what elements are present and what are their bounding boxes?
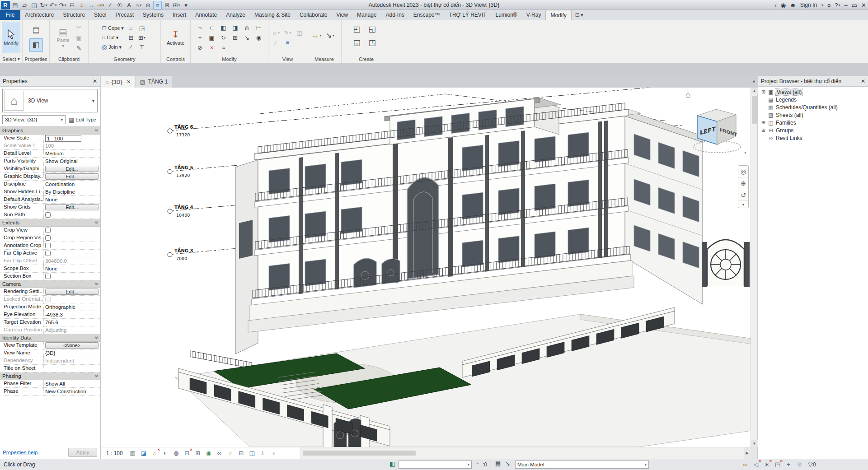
ribbon-tab-collaborate[interactable]: Collaborate — [295, 10, 332, 20]
revit-logo[interactable]: R — [1, 1, 10, 9]
worksets-icon[interactable]: ◧ — [389, 461, 395, 467]
design-options-icon[interactable]: ▤ — [495, 461, 501, 466]
hide-category-icon[interactable]: ☼▾ — [270, 28, 282, 37]
ribbon-tab-lumion[interactable]: Lumion® — [491, 10, 522, 20]
override-graphics-icon-dropdown[interactable]: ▾ — [289, 31, 291, 35]
project-browser-close-icon[interactable]: ✕ — [861, 78, 865, 84]
sync-icon-dropdown[interactable]: ▾ — [45, 3, 47, 7]
collapse-vcb-icon[interactable]: ‹ — [269, 449, 278, 458]
villa-3d-model[interactable]: TẦNG 6 17320 TẦNG 5 13920 TẦNG 4 10400 T… — [101, 88, 751, 447]
view-tab-t-ng-1[interactable]: ▧TẦNG 1 — [136, 76, 172, 88]
browser-item-schedules-quantities-all[interactable]: ▦Schedules/Quantities (all) — [758, 103, 868, 111]
join-geometry-icon[interactable]: ◎ — [102, 44, 107, 50]
default-3d-view-icon[interactable]: ⌂▾ — [134, 1, 143, 9]
print-icon[interactable]: ⊟ — [68, 1, 76, 9]
property-value[interactable]: 765.6 — [44, 319, 100, 326]
switch-windows-icon-dropdown[interactable]: ▾ — [178, 3, 180, 7]
section-camera[interactable]: Camera˄˄ — [0, 280, 100, 288]
instance-selector[interactable]: 3D View: {3D}▾ — [2, 115, 66, 124]
thin-lines-icon[interactable]: ≡ — [153, 1, 162, 9]
property-value[interactable] — [44, 242, 100, 249]
browser-item-families[interactable]: ⊞◫Families — [758, 119, 868, 126]
property-value[interactable] — [44, 365, 100, 372]
cut-button[interactable]: ○Cut▾ — [102, 33, 124, 42]
ribbon-tab-precast[interactable]: Precast — [111, 10, 138, 20]
browser-item-revit-links[interactable]: ∞Revit Links — [758, 134, 868, 142]
ribbon-tab-structure[interactable]: Structure — [58, 10, 89, 20]
cope-icon[interactable]: ⊓ — [102, 25, 107, 31]
horizontal-scrollbar[interactable]: ▶ — [300, 447, 751, 459]
property-value[interactable]: Adjusting — [44, 326, 100, 334]
undo-icon-dropdown[interactable]: ▾ — [55, 3, 56, 7]
hide-category-icon-dropdown[interactable]: ▾ — [278, 31, 280, 35]
solid-solid-icon[interactable]: ◲ — [136, 23, 147, 33]
property-value[interactable]: New Construction — [44, 388, 100, 395]
ribbon-tab-annotate[interactable]: Annotate — [191, 10, 221, 20]
shadows-icon[interactable]: ◐ — [161, 449, 170, 458]
type-properties-icon[interactable]: ▤ — [29, 23, 43, 37]
collapse-titlebar-icon[interactable]: ‹ — [774, 2, 776, 8]
design-option-select[interactable]: Main Model▾ — [515, 461, 649, 469]
detail-line-icon[interactable]: ∕ — [106, 1, 114, 9]
minimize-button[interactable]: – — [845, 2, 848, 8]
visual-style-icon[interactable]: ◪ — [139, 449, 148, 458]
ribbon-tab-architecture[interactable]: Architecture — [20, 10, 58, 20]
sign-in-dropdown-icon[interactable]: ▾ — [821, 3, 823, 7]
align-icon[interactable]: ¬ — [194, 23, 206, 33]
unpin-icon[interactable]: ⊘ — [194, 42, 206, 52]
redo-icon-dropdown[interactable]: ▾ — [64, 3, 66, 7]
section-collapse-icon[interactable]: ˄˄ — [94, 335, 98, 340]
ribbon-tab-file[interactable]: File — [0, 10, 20, 20]
project-browser-header[interactable]: Project Browser - biệt thự cổ điển ✕ — [758, 76, 868, 87]
navbar-options-icon[interactable]: ▾ — [738, 201, 748, 208]
view-tab-close-icon[interactable]: ✕ — [127, 79, 131, 85]
sign-in-button[interactable]: Sign In — [800, 2, 817, 8]
property-value[interactable]: 304800.0 — [44, 257, 100, 265]
unjoin-icon[interactable]: ⊞▾ — [136, 33, 147, 42]
property-value[interactable]: By Discipline — [44, 188, 100, 195]
measure-between-refs-icon-dropdown[interactable]: ▾ — [319, 33, 321, 37]
properties-help-link[interactable]: Properties help — [3, 450, 38, 455]
scroll-down-icon[interactable]: ▼ — [751, 440, 758, 447]
ribbon-tab-massing-site[interactable]: Massing & Site — [250, 10, 295, 20]
customize-qat-icon[interactable]: ▾ — [182, 1, 190, 9]
cut-to-clipboard-icon[interactable]: ✂ — [74, 23, 84, 32]
help-icon[interactable]: ?▾ — [835, 2, 840, 8]
paste-aligned-icon[interactable]: ▱ — [126, 23, 136, 33]
displacement-sets-icon[interactable]: ◫ — [248, 449, 257, 458]
property-value[interactable]: None — [44, 196, 100, 203]
demolish-icon[interactable]: ⊤ — [136, 42, 147, 52]
modify-tool-button[interactable]: Modify — [2, 22, 20, 53]
measure-between-refs-icon[interactable]: ↔▾ — [311, 30, 323, 40]
measure-icon[interactable]: ↔ — [87, 1, 95, 9]
save-icon[interactable]: ◫ — [30, 1, 38, 9]
property-value[interactable] — [44, 273, 100, 280]
aligned-dimension-icon[interactable]: ⇥▾ — [96, 1, 105, 9]
property-value[interactable]: None — [44, 265, 100, 272]
properties-header[interactable]: Properties ✕ — [0, 76, 100, 87]
checkbox[interactable] — [45, 228, 51, 233]
cut-geometry-icon[interactable]: ○ — [102, 34, 105, 41]
mirror-pick-axis-icon[interactable]: ◧ — [218, 23, 230, 33]
property-value[interactable]: <None> — [44, 342, 100, 349]
paste-button[interactable]: ▤Paste▾ — [54, 22, 72, 53]
ribbon-tab-add-ins[interactable]: Add-Ins — [381, 10, 408, 20]
ribbon-tab-modify[interactable]: Modify — [545, 10, 571, 20]
view-tab-3d[interactable]: ⌂{3D}✕ — [101, 76, 135, 88]
pin-icon[interactable]: ◉ — [253, 33, 265, 42]
section-collapse-icon[interactable]: ˄˄ — [94, 220, 98, 225]
checkbox[interactable] — [45, 235, 51, 241]
vertical-scroll-thumb[interactable] — [752, 96, 757, 124]
value-field[interactable]: 1 : 100 — [45, 135, 81, 142]
property-value[interactable]: Edit... — [44, 173, 100, 180]
ribbon-tab-enscape[interactable]: Enscape™ — [409, 10, 445, 20]
level-markers[interactable]: TẦNG 6 17320 TẦNG 5 13920 TẦNG 4 10400 T… — [168, 124, 193, 261]
mirror-draw-axis-icon[interactable]: ◨ — [230, 23, 241, 33]
split-element-icon[interactable]: ⋔ — [241, 23, 253, 33]
edit-button[interactable]: Edit... — [45, 166, 99, 172]
property-value[interactable]: Independent — [44, 357, 100, 364]
property-value[interactable] — [44, 296, 100, 303]
activate-dimensions-button[interactable]: ↧ Activate — [166, 22, 186, 53]
create-parts-icon[interactable]: ◱ — [366, 24, 378, 34]
property-value[interactable]: Show Original — [44, 158, 100, 165]
